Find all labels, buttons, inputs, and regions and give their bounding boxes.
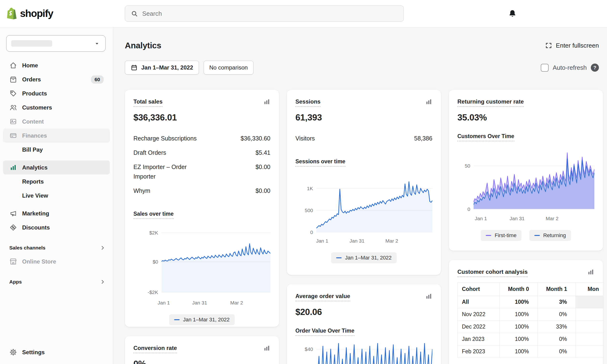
sessions-card: Sessions 61,393 Visitors58,386 Sessions …: [287, 90, 441, 275]
cohort-value-cell: 0%: [538, 333, 576, 345]
x-axis-label: Jan 31: [192, 300, 207, 306]
sidebar-item-finances[interactable]: Finances: [3, 129, 110, 143]
customer-cohort-analysis-card: Customer cohort analysis Cohort Mont: [449, 260, 603, 364]
chart-section-label[interactable]: Customers Over Time: [457, 133, 514, 142]
sidebar-item-home[interactable]: Home: [3, 58, 110, 72]
shopify-wordmark: shopify: [20, 8, 53, 19]
legend-pill[interactable]: Jan 1–Mar 31, 2022: [331, 252, 397, 263]
y-axis-label: 1K: [307, 186, 313, 191]
legend-pill-returning[interactable]: Returning: [529, 230, 571, 241]
card-title[interactable]: Sessions: [296, 98, 320, 107]
main-content: Analytics Enter fullscreen Jan 1–Mar 31,…: [113, 27, 607, 364]
fullscreen-icon: [545, 42, 552, 49]
cohort-value-cell: [576, 308, 603, 321]
cohort-row: Nov 2022100%0%: [458, 308, 603, 321]
legend-pill-first-time[interactable]: First-time: [481, 230, 522, 241]
sidebar-item-discounts[interactable]: Discounts: [3, 221, 110, 234]
cohort-name-cell: Jan 2023: [458, 333, 499, 345]
sidebar-item-content[interactable]: Content: [3, 115, 110, 129]
breakdown-row: Visitors58,386: [296, 133, 432, 143]
tag-icon: [9, 90, 17, 97]
card-title[interactable]: Returning customer rate: [457, 98, 524, 107]
page-title: Analytics: [125, 41, 161, 50]
sidebar-item-products[interactable]: Products: [3, 86, 110, 101]
chart-type-button[interactable]: [263, 345, 270, 352]
cohort-table: Cohort Month 0 Month 1 Mon All100%3%Nov …: [457, 282, 603, 358]
cohort-name-cell: Dec 2022: [458, 321, 499, 333]
cohort-row: All100%3%: [458, 296, 603, 308]
card-title[interactable]: Customer cohort analysis: [457, 269, 528, 277]
card-title[interactable]: Conversion rate: [134, 345, 177, 353]
card-title[interactable]: Total sales: [134, 98, 162, 107]
home-icon: [9, 61, 17, 69]
shopify-logo[interactable]: shopify: [0, 7, 113, 20]
aov-value: $20.06: [296, 307, 432, 317]
total-sales-card: Total sales $36,336.01 Recharge Subscrip…: [125, 90, 279, 327]
column-header: Cohort: [458, 283, 499, 296]
sidebar: Home Orders 60 Products: [0, 27, 113, 364]
sessions-value: 61,393: [296, 113, 432, 123]
chart-type-button[interactable]: [425, 293, 432, 301]
store-selector[interactable]: [6, 35, 106, 52]
chart-section-label[interactable]: Order Value Over Time: [296, 328, 354, 336]
x-axis-label: Jan 1: [316, 238, 328, 244]
sidebar-item-online-store[interactable]: Online Store: [3, 255, 110, 269]
cohort-name-cell: Feb 2023: [458, 345, 499, 358]
x-axis-label: Jan 1: [158, 300, 170, 306]
sidebar-item-reports[interactable]: Reports: [3, 174, 110, 189]
shopify-admin: shopify: [0, 0, 607, 364]
content-image-icon: [9, 117, 17, 125]
gear-icon: [9, 348, 17, 356]
total-sales-chart: $2K$0-$2KJan 1Jan 31Mar 2: [134, 226, 270, 308]
enter-fullscreen-button[interactable]: Enter fullscreen: [545, 42, 599, 49]
chart-type-button[interactable]: [425, 98, 432, 106]
cohort-value-cell: [576, 296, 603, 308]
orders-box-icon: [9, 76, 17, 83]
chevron-right-icon: [99, 245, 106, 251]
search-bar[interactable]: [125, 5, 404, 22]
breakdown-row: EZ Importer – Order Importer$0.00: [134, 162, 270, 181]
finances-card-icon: [9, 132, 17, 140]
comparison-button[interactable]: No comparison: [204, 61, 254, 75]
chart-section-label[interactable]: Sales over time: [134, 211, 174, 219]
sidebar-item-analytics[interactable]: Analytics: [3, 160, 110, 174]
analytics-bars-icon: [9, 164, 17, 171]
x-axis-label: Jan 31: [510, 216, 525, 221]
notification-bell-icon[interactable]: [508, 9, 517, 18]
legend-pill[interactable]: Jan 1–Mar 31, 2022: [169, 314, 235, 325]
sidebar-item-bill-pay[interactable]: Bill Pay: [3, 143, 110, 157]
column-header: Mon: [576, 283, 603, 296]
card-title[interactable]: Average order value: [296, 293, 350, 301]
date-range-button[interactable]: Jan 1–Mar 31, 2022: [125, 61, 199, 75]
y-axis-label: $2K: [149, 230, 158, 236]
sidebar-item-marketing[interactable]: Marketing: [3, 206, 110, 221]
store-name-redacted: [11, 40, 52, 47]
orders-count-badge: 60: [91, 76, 104, 84]
caret-down-icon: [93, 40, 101, 47]
chart-section-label[interactable]: Sessions over time: [296, 158, 345, 167]
chevron-right-icon: [99, 279, 106, 285]
auto-refresh-checkbox[interactable]: [541, 64, 549, 72]
conversion-rate-card: Conversion rate 0%: [125, 336, 279, 364]
cohort-value-cell: 100%: [499, 296, 538, 308]
cohort-value-cell: 100%: [499, 333, 538, 345]
chart-type-button[interactable]: [263, 98, 270, 106]
cohort-value-cell: 100%: [499, 308, 538, 321]
returning-customer-rate-card: Returning customer rate 35.03% Customers…: [449, 90, 603, 251]
sidebar-section-sales-channels[interactable]: Sales channels: [3, 241, 110, 255]
chart-type-button[interactable]: [587, 269, 594, 276]
search-input[interactable]: [142, 10, 398, 17]
sidebar-item-customers[interactable]: Customers: [3, 101, 110, 115]
breakdown-row: Recharge Subscriptions$36,330.60: [134, 133, 270, 143]
sidebar-section-apps[interactable]: Apps: [3, 275, 110, 288]
sidebar-item-settings[interactable]: Settings: [3, 345, 110, 359]
sidebar-item-orders[interactable]: Orders 60: [3, 72, 110, 86]
sidebar-item-live-view[interactable]: Live View: [3, 189, 110, 203]
help-icon[interactable]: ?: [591, 64, 599, 72]
cohort-value-cell: 100%: [499, 321, 538, 333]
y-axis-label: 0: [467, 206, 470, 212]
cohort-header-row: Cohort Month 0 Month 1 Mon: [458, 283, 603, 296]
x-axis-label: Mar 2: [230, 300, 243, 306]
conversion-rate-value: 0%: [134, 359, 270, 364]
y-axis-label: $0: [153, 259, 158, 265]
